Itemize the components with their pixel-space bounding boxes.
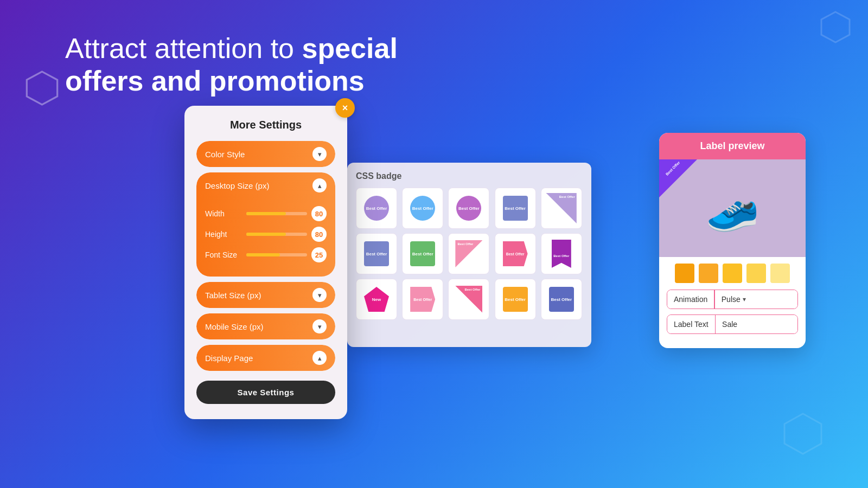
accordion-tablet-label: Tablet Size (px) xyxy=(205,291,261,300)
badge-cell[interactable]: Best Offer xyxy=(495,279,536,320)
badge-cell[interactable]: Best Offer xyxy=(541,188,582,229)
height-track[interactable] xyxy=(246,233,307,236)
svg-marker-2 xyxy=(821,12,850,42)
preview-fields: Animation Pulse ▾ Label Text Sale xyxy=(659,290,806,348)
settings-panel: × More Settings Color Style ▾ Desktop Si… xyxy=(184,106,347,419)
badge-square-dark: Best Offer xyxy=(364,241,389,266)
color-swatch-5[interactable] xyxy=(770,264,790,283)
hex-topright-icon xyxy=(819,11,852,43)
badge-tag-pink: Best Offer xyxy=(503,241,528,266)
save-settings-button[interactable]: Save Settings xyxy=(196,381,335,404)
accordion-mobile-size: Mobile Size (px) ▾ xyxy=(196,313,335,339)
badge-ribbon-diag2: Best Offer xyxy=(455,286,482,313)
width-value: 80 xyxy=(311,206,327,221)
badge-square-indigo: Best Offer xyxy=(503,196,528,221)
label-text-label: Label Text xyxy=(667,315,715,333)
label-text-value[interactable]: Sale xyxy=(716,315,797,333)
preview-badge-corner: Best Offer xyxy=(659,159,697,197)
color-swatch-2[interactable] xyxy=(699,264,718,283)
header-bold2: offers and promotions xyxy=(65,65,365,97)
badge-ribbon-diag: Best Offer xyxy=(455,240,482,267)
svg-marker-0 xyxy=(27,72,57,105)
accordion-color-style-header[interactable]: Color Style ▾ xyxy=(196,141,335,167)
animation-value: Pulse xyxy=(722,295,741,304)
badge-cell[interactable]: Best Offer xyxy=(495,233,536,274)
color-swatch-4[interactable] xyxy=(746,264,766,283)
settings-panel-title: More Settings xyxy=(196,119,335,131)
accordion-tablet-size: Tablet Size (px) ▾ xyxy=(196,282,335,308)
animation-select[interactable]: Pulse ▾ xyxy=(715,290,797,309)
accordion-color-style: Color Style ▾ xyxy=(196,141,335,167)
height-label: Height xyxy=(205,230,242,239)
badge-cell[interactable]: New xyxy=(356,279,397,320)
badge-selector-panel: CSS badge Best Offer Best Offer Best Off… xyxy=(347,163,591,347)
badge-cell[interactable]: Best Offer xyxy=(356,233,397,274)
badge-square-green: Best Offer xyxy=(410,241,435,266)
fontsize-track[interactable] xyxy=(246,253,307,256)
badge-cell[interactable]: Best Offer xyxy=(402,188,443,229)
badge-cell[interactable]: Best Offer xyxy=(495,188,536,229)
accordion-desktop-label: Desktop Size (px) xyxy=(205,181,269,190)
badge-cell[interactable]: Best Offer xyxy=(541,279,582,320)
badge-cell[interactable]: Best Offer xyxy=(448,279,489,320)
badge-diagonal-purple: Best Offer xyxy=(546,193,577,223)
preview-panel: Label preview Best Offer 👟 Animation Pul… xyxy=(659,133,806,348)
shoe-icon: 👟 xyxy=(705,183,760,234)
chevron-down-icon: ▾ xyxy=(743,296,746,303)
preview-image: Best Offer 👟 xyxy=(659,159,806,257)
width-label: Width xyxy=(205,209,242,218)
hex-right-icon xyxy=(781,412,825,455)
accordion-display-label: Display Page xyxy=(205,354,253,363)
svg-marker-1 xyxy=(784,414,821,454)
preview-header: Label preview xyxy=(659,133,806,159)
hex-left-icon xyxy=(24,70,60,106)
badge-cell[interactable]: Best Offer xyxy=(448,233,489,274)
accordion-mobile-header[interactable]: Mobile Size (px) ▾ xyxy=(196,313,335,339)
accordion-desktop-body: Width 80 Height 80 Font Size 25 xyxy=(196,198,335,277)
height-value: 80 xyxy=(311,227,327,242)
width-track[interactable] xyxy=(246,212,307,215)
header-line1: Attract attention to xyxy=(65,33,294,64)
badge-square-yellow: Best Offer xyxy=(503,287,528,312)
animation-label: Animation xyxy=(667,290,714,309)
badge-tag-light: Best Offer xyxy=(410,287,435,312)
badge-pentagon-pink: New xyxy=(364,287,389,312)
header-bold1: special xyxy=(302,33,397,64)
label-text-field-row: Label Text Sale xyxy=(667,314,798,334)
badge-cell[interactable]: Best Offer xyxy=(448,188,489,229)
badge-cell[interactable]: Best Offer xyxy=(402,233,443,274)
width-slider-row: Width 80 xyxy=(205,206,327,221)
accordion-display-page: Display Page ▴ xyxy=(196,345,335,371)
fontsize-label: Font Size xyxy=(205,251,242,259)
badge-cell[interactable]: Best Offer xyxy=(402,279,443,320)
fontsize-slider-row: Font Size 25 xyxy=(205,247,327,262)
badge-circle-violet: Best Offer xyxy=(456,196,481,221)
accordion-desktop-header[interactable]: Desktop Size (px) ▴ xyxy=(196,172,335,198)
badge-cell[interactable]: Best Offer xyxy=(356,188,397,229)
badge-square-blue-dark: Best Offer xyxy=(549,287,574,312)
badge-grid: Best Offer Best Offer Best Offer Best Of… xyxy=(356,188,583,320)
accordion-tablet-header[interactable]: Tablet Size (px) ▾ xyxy=(196,282,335,308)
accordion-display-header[interactable]: Display Page ▴ xyxy=(196,345,335,371)
preview-badge-text: Best Offer xyxy=(665,160,681,176)
preview-colors xyxy=(659,257,806,290)
accordion-mobile-label: Mobile Size (px) xyxy=(205,322,264,331)
badge-cell[interactable]: Best Offer xyxy=(541,233,582,274)
badge-circle-blue: Best Offer xyxy=(410,196,435,221)
chevron-down-icon: ▾ xyxy=(312,147,327,161)
accordion-color-style-label: Color Style xyxy=(205,150,245,159)
chevron-up-icon: ▴ xyxy=(312,351,327,365)
chevron-up-icon: ▴ xyxy=(312,178,327,192)
badge-circle-purple: Best Offer xyxy=(364,196,389,221)
color-swatch-1[interactable] xyxy=(675,264,694,283)
badge-panel-title: CSS badge xyxy=(356,171,583,181)
animation-field-row: Animation Pulse ▾ xyxy=(667,290,798,309)
accordion-desktop-size: Desktop Size (px) ▴ Width 80 Height 80 F… xyxy=(196,172,335,277)
fontsize-value: 25 xyxy=(311,247,327,262)
close-button[interactable]: × xyxy=(335,98,355,118)
badge-bookmark-purple: Best Offer xyxy=(552,240,571,268)
color-swatch-3[interactable] xyxy=(723,264,742,283)
preview-header-text: Label preview xyxy=(700,140,764,151)
chevron-down-icon: ▾ xyxy=(312,288,327,302)
chevron-down-icon: ▾ xyxy=(312,319,327,333)
